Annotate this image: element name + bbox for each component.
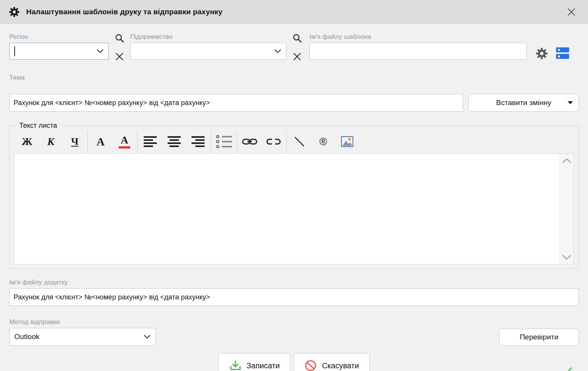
template-file-label: Ім'я файлу шаблона (309, 33, 527, 41)
font-icon[interactable]: А (89, 131, 113, 152)
template-settings-gear-icon[interactable] (535, 47, 548, 60)
chevron-down-icon (144, 335, 151, 339)
settings-dialog: { "window": { "title": "Налаштування шаб… (0, 0, 588, 371)
align-left-icon[interactable] (138, 131, 162, 152)
format-toolbar: Ж К Ч А А (13, 130, 575, 154)
send-method-select[interactable]: Outlook (9, 328, 156, 346)
editor-scrollbar[interactable] (559, 154, 573, 264)
confirm-check-icon[interactable] (558, 366, 573, 371)
subject-input[interactable] (9, 94, 463, 112)
enterprise-clear-icon[interactable] (292, 52, 302, 62)
underline-icon[interactable]: Ч (63, 131, 87, 152)
font-color-icon[interactable]: А (113, 131, 136, 152)
align-center-icon[interactable] (162, 131, 186, 152)
region-label: Регіон (9, 33, 109, 41)
subject-label: Тема (9, 74, 579, 82)
toolbar-separator (237, 131, 237, 152)
letter-body-textarea[interactable] (15, 154, 559, 264)
settings-gear-icon (8, 6, 20, 18)
region-combobox[interactable] (9, 43, 109, 60)
bullet-list-icon[interactable] (212, 131, 236, 152)
insert-variable-button[interactable]: Вставити змінну (469, 94, 579, 112)
align-right-icon[interactable] (186, 131, 210, 152)
enterprise-combobox[interactable] (130, 43, 286, 60)
attachment-label: Ім'я файлу додатку (9, 279, 579, 286)
bottom-row: Записати Скасувати (9, 353, 579, 371)
letter-body-group: Текст листа Ж К Ч А А (9, 122, 579, 269)
region-search-icon[interactable] (114, 33, 124, 43)
verify-button[interactable]: Перевірити (499, 329, 579, 346)
toolbar-separator (211, 131, 211, 152)
titlebar: Налаштування шаблонів друку та відправки… (0, 0, 588, 24)
scroll-down-icon[interactable] (562, 254, 572, 260)
save-label: Записати (247, 361, 280, 370)
method-row: Метод відправки Outlook Перевірити (9, 318, 579, 346)
template-file-input[interactable] (309, 43, 527, 60)
letter-body-editor (14, 154, 574, 264)
attachment-block: Ім'я файлу додатку (9, 279, 579, 306)
template-list-icon[interactable] (555, 46, 570, 60)
enterprise-label: Підприемство (130, 33, 286, 41)
letter-body-legend: Текст листа (17, 122, 60, 130)
save-download-icon (229, 359, 242, 371)
toolbar-separator (137, 131, 138, 152)
subject-block: Тема Вставити змінну (9, 74, 579, 112)
filter-row: Регіон (9, 33, 579, 62)
text-cursor (14, 46, 15, 56)
cancel-prohibition-icon (304, 359, 317, 371)
dropdown-triangle-icon (568, 101, 573, 104)
chevron-down-icon (274, 49, 281, 53)
bold-icon[interactable]: Ж (15, 131, 39, 152)
attachment-input[interactable] (9, 288, 579, 306)
cancel-button[interactable]: Скасувати (294, 353, 369, 371)
insert-link-icon[interactable] (238, 131, 262, 152)
window-title: Налаштування шаблонів друку та відправки… (26, 8, 222, 16)
registered-symbol-icon[interactable]: ® (311, 131, 335, 152)
remove-link-icon[interactable] (262, 131, 286, 152)
insert-variable-label: Вставити змінну (496, 99, 551, 107)
cancel-label: Скасувати (322, 361, 359, 370)
save-button[interactable]: Записати (218, 353, 290, 371)
send-method-value: Outlook (14, 333, 39, 341)
italic-icon[interactable]: К (39, 131, 63, 152)
close-icon[interactable] (566, 6, 577, 18)
region-clear-icon[interactable] (115, 52, 124, 62)
enterprise-search-icon[interactable] (292, 33, 302, 43)
send-method-label: Метод відправки (9, 318, 156, 326)
toolbar-separator (286, 131, 287, 152)
line-icon[interactable] (287, 131, 311, 152)
chevron-down-icon (97, 49, 104, 53)
scroll-up-icon[interactable] (562, 158, 572, 164)
toolbar-separator (87, 131, 88, 152)
insert-image-icon[interactable] (335, 131, 359, 152)
